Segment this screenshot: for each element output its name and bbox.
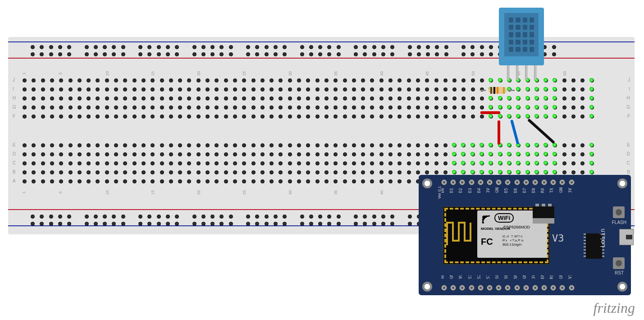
brand-label: LoLin [599, 229, 606, 247]
svg-text:3V: 3V [568, 188, 572, 193]
svg-text:D7: D7 [522, 188, 527, 193]
svg-text:D5: D5 [504, 188, 508, 193]
svg-text:EN: EN [540, 275, 545, 279]
svg-point-30 [482, 222, 484, 224]
board-title: NodeMCU V3 [504, 233, 564, 244]
micro-usb-port[interactable] [619, 229, 634, 245]
version-label: Ver 0.1 [437, 186, 442, 199]
svg-text:D1: D1 [449, 188, 454, 193]
flash-button[interactable] [613, 206, 625, 218]
svg-text:TX: TX [549, 188, 554, 193]
svg-text:RST: RST [549, 275, 554, 279]
module-label: ESP8266MOD [503, 225, 530, 229]
svg-text:D3: D3 [468, 188, 472, 193]
svg-text:D6: D6 [513, 188, 518, 193]
jumper-wire-vcc-red [498, 120, 500, 145]
fritzing-watermark: fritzing [594, 300, 635, 316]
svg-text:S3: S3 [468, 275, 472, 279]
wifi-badge: WiFi [494, 213, 514, 223]
flash-button-label: FLASH [612, 220, 626, 225]
svg-text:GND: GND [559, 187, 563, 193]
svg-text:D8: D8 [531, 188, 536, 193]
dht11-sensor [499, 8, 544, 65]
svg-text:GND: GND [449, 275, 454, 279]
svg-text:SC: SC [495, 275, 499, 279]
svg-text:S1: S1 [486, 275, 490, 279]
reset-button[interactable] [613, 257, 625, 269]
voltage-regulator [533, 206, 554, 224]
svg-text:VU: VU [458, 275, 463, 279]
svg-text:GND: GND [522, 275, 527, 279]
svg-text:S2: S2 [477, 275, 481, 279]
fcc-label: FC [481, 237, 493, 247]
svg-text:GND: GND [559, 275, 563, 279]
svg-text:3V: 3V [531, 275, 536, 279]
svg-text:3V: 3V [486, 188, 490, 193]
svg-text:A0: A0 [441, 275, 445, 279]
svg-text:VIN: VIN [568, 275, 572, 279]
svg-text:S0: S0 [504, 275, 508, 279]
jumper-wire-red-short [480, 111, 500, 114]
nodemcu-board: D0D1D2D3D43VGNDD5D6D7D8RXTXGND3V A0GNDVU… [419, 175, 631, 295]
pullup-resistor [483, 87, 512, 94]
reset-button-label: RST [615, 270, 624, 275]
svg-text:RX: RX [540, 188, 545, 193]
svg-text:D2: D2 [458, 188, 463, 193]
svg-text:GND: GND [495, 187, 499, 193]
svg-text:SK: SK [513, 275, 518, 279]
svg-text:D4: D4 [477, 188, 481, 193]
